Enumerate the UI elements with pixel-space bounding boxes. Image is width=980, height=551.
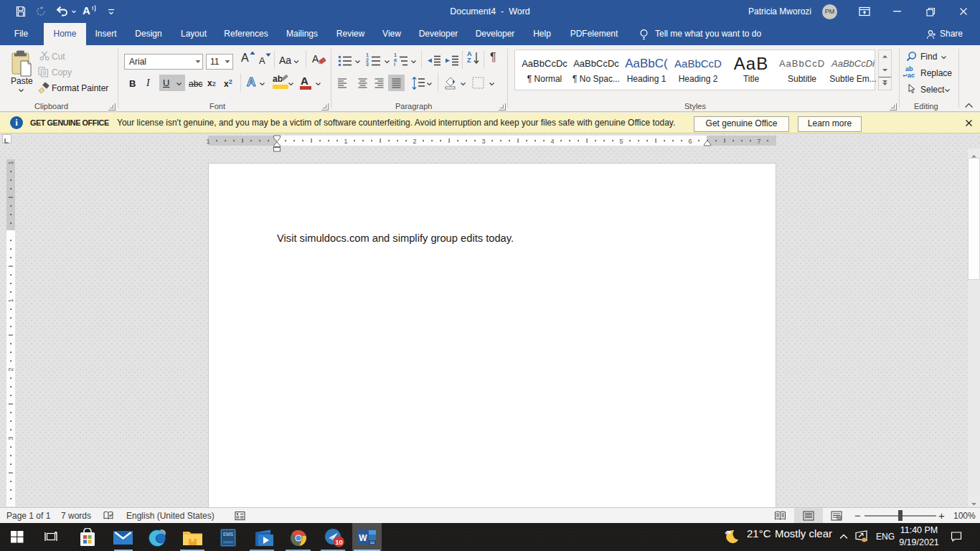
svg-text:2: 2	[7, 367, 14, 371]
svg-text:W: W	[359, 533, 367, 543]
svg-text:7: 7	[757, 138, 760, 145]
svg-text:6: 6	[688, 138, 692, 145]
svg-text:1: 1	[7, 161, 14, 164]
svg-text:2: 2	[413, 138, 416, 145]
svg-text:10: 10	[335, 538, 343, 546]
svg-text:3: 3	[7, 436, 14, 440]
svg-text:1: 1	[206, 138, 209, 145]
svg-text:1: 1	[344, 138, 347, 145]
svg-text:4: 4	[550, 138, 554, 145]
svg-text:3: 3	[481, 138, 485, 145]
svg-text:1: 1	[7, 298, 14, 302]
svg-text:5: 5	[619, 138, 623, 145]
svg-text:EMS: EMS	[223, 532, 234, 537]
